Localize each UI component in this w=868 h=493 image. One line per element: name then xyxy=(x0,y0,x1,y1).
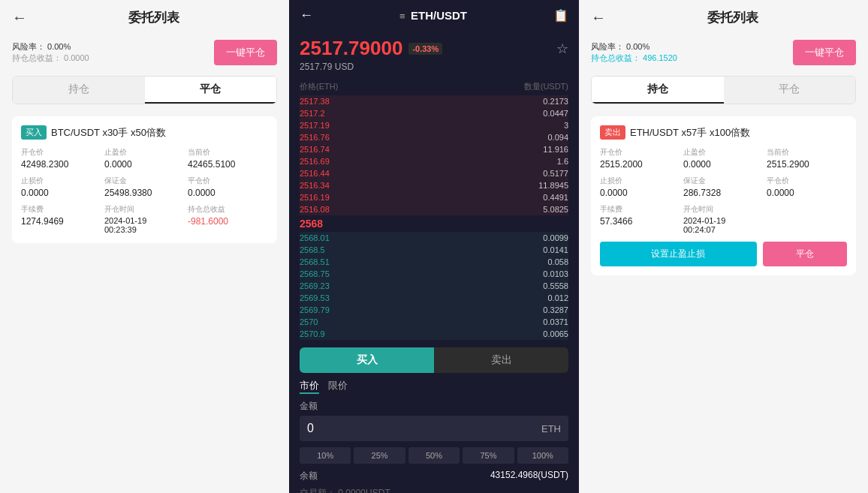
ask-row[interactable]: 2517.380.2173 xyxy=(300,95,568,107)
right-risk-label: 风险率： 0.00% xyxy=(591,41,677,53)
right-stop-loss-value: 0.0000 xyxy=(600,188,680,198)
pct-25-btn[interactable]: 25% xyxy=(354,447,405,464)
trade-amount-row: 交易额： 0.0000USDT xyxy=(300,487,568,493)
ask-row[interactable]: 2516.190.4491 xyxy=(300,191,568,203)
price-section: 2517.79000 -0.33% ☆ 2517.79 USD xyxy=(289,31,579,78)
star-btn[interactable]: ☆ xyxy=(556,41,568,57)
right-risk-row: 风险率： 0.00% 持仓总收益： 496.1520 一键平仓 xyxy=(579,35,868,70)
right-open-price-label: 开仓价 xyxy=(600,147,680,158)
sell-tab[interactable]: 卖出 xyxy=(434,347,568,373)
balance-label: 余额 xyxy=(300,470,318,482)
balance-value: 43152.4968(USDT) xyxy=(490,470,568,482)
bid-row[interactable]: 2570.90.0065 xyxy=(300,328,568,340)
ask-row[interactable]: 2516.085.0825 xyxy=(300,203,568,215)
right-open-price-value: 2515.2000 xyxy=(600,159,680,170)
right-back-btn[interactable]: ← xyxy=(591,9,609,26)
ask-qty: 5.0825 xyxy=(543,205,568,214)
right-panel: ← 委托列表 风险率： 0.00% 持仓总收益： 496.1520 一键平仓 持… xyxy=(579,0,868,493)
right-tab-close[interactable]: 平仓 xyxy=(724,77,856,104)
ask-row[interactable]: 2516.7411.916 xyxy=(300,143,568,155)
left-one-click-btn[interactable]: 一键平仓 xyxy=(214,40,277,65)
left-stop-label: 止盈价 xyxy=(104,147,185,158)
market-tab[interactable]: 市价 xyxy=(300,379,319,394)
left-risk-info: 风险率： 0.00% 持仓总收益： 0.0000 xyxy=(12,41,89,64)
right-stop-loss-label: 止损价 xyxy=(600,176,680,186)
bid-row[interactable]: 2569.790.3287 xyxy=(300,304,568,316)
ask-qty: 11.916 xyxy=(543,145,568,154)
right-one-click-btn[interactable]: 一键平仓 xyxy=(793,40,856,65)
right-action-btns: 设置止盈止损 平仓 xyxy=(600,242,847,266)
ask-qty: 11.8945 xyxy=(538,181,568,190)
bid-qty: 0.0141 xyxy=(543,245,568,254)
mid-title-area: ≡ ETH/USDT xyxy=(313,9,553,22)
note-icon[interactable]: 📋 xyxy=(553,8,568,23)
bid-row[interactable]: 2569.530.012 xyxy=(300,292,568,304)
right-margin-label: 保证金 xyxy=(683,176,764,186)
left-risk-label: 风险率： 0.00% xyxy=(12,41,89,53)
amount-input[interactable] xyxy=(307,422,541,435)
bid-row[interactable]: 25700.0371 xyxy=(300,316,568,328)
pct-10-btn[interactable]: 10% xyxy=(300,447,351,464)
bid-row[interactable]: 2568.510.058 xyxy=(300,256,568,268)
left-tab-hold[interactable]: 持仓 xyxy=(13,77,145,104)
left-open-time-cell: 开仓时间 2024-01-19 00:23:39 xyxy=(104,204,185,234)
pct-100-btn[interactable]: 100% xyxy=(517,447,568,464)
right-current-price-cell: 当前价 2515.2900 xyxy=(767,147,847,170)
ob-header: 价格(ETH) 数量(USDT) xyxy=(300,78,568,95)
right-open-price-cell: 开仓价 2515.2000 xyxy=(600,147,680,170)
right-tab-hold[interactable]: 持仓 xyxy=(592,77,724,104)
bid-row[interactable]: 2568.750.0103 xyxy=(300,268,568,280)
buy-sell-tabs: 买入 卖出 xyxy=(300,347,568,373)
ask-row[interactable]: 2516.3411.8945 xyxy=(300,179,568,191)
input-unit: ETH xyxy=(541,423,561,434)
left-back-btn[interactable]: ← xyxy=(12,9,30,26)
orderbook: 价格(ETH) 数量(USDT) 2517.380.21732517.20.04… xyxy=(289,78,579,340)
ask-row[interactable]: 2517.193 xyxy=(300,119,568,131)
trade-panel: 买入 卖出 市价 限价 金额 ETH 10% 25% 50% 75% 100% … xyxy=(289,340,579,493)
left-fee-value: 1274.9469 xyxy=(21,216,101,227)
hamburger-icon[interactable]: ≡ xyxy=(399,11,405,22)
left-open-price-cell: 开仓价 42498.2300 xyxy=(21,147,101,170)
ask-row[interactable]: 2516.440.5177 xyxy=(300,167,568,179)
right-open-time-value: 2024-01-19 00:24:07 xyxy=(683,216,764,234)
left-stop-loss-cell: 止损价 0.0000 xyxy=(21,176,101,198)
ask-row[interactable]: 2516.691.6 xyxy=(300,155,568,167)
close-pos-btn[interactable]: 平仓 xyxy=(763,242,847,266)
left-open-price-value: 42498.2300 xyxy=(21,159,101,170)
bid-row[interactable]: 2568.50.0141 xyxy=(300,244,568,256)
limit-tab[interactable]: 限价 xyxy=(328,379,348,394)
left-close-price-label: 平仓价 xyxy=(188,176,268,186)
ask-qty: 1.6 xyxy=(557,157,568,166)
middle-panel: ← ≡ ETH/USDT 📋 2517.79000 -0.33% ☆ 2517.… xyxy=(289,0,579,493)
right-current-price-label: 当前价 xyxy=(767,147,847,158)
bid-qty: 0.058 xyxy=(547,257,568,266)
bid-price: 2568.01 xyxy=(300,233,330,242)
set-stop-btn[interactable]: 设置止盈止损 xyxy=(600,242,757,266)
buy-tab[interactable]: 买入 xyxy=(300,347,434,373)
ask-price: 2517.38 xyxy=(300,97,330,106)
left-fee-label: 手续费 xyxy=(21,204,101,215)
left-header: ← 委托列表 xyxy=(0,0,289,35)
pct-50-btn[interactable]: 50% xyxy=(408,447,460,464)
left-open-price-label: 开仓价 xyxy=(21,147,101,158)
left-tab-close[interactable]: 平仓 xyxy=(145,77,277,104)
ask-row[interactable]: 2516.760.094 xyxy=(300,131,568,143)
right-open-time-cell: 开仓时间 2024-01-19 00:24:07 xyxy=(683,204,764,234)
left-fee-cell: 手续费 1274.9469 xyxy=(21,204,101,234)
bid-price: 2570.9 xyxy=(300,329,325,338)
right-stop-value: 0.0000 xyxy=(683,159,764,170)
left-risk-row: 风险率： 0.00% 持仓总收益： 0.0000 一键平仓 xyxy=(0,35,289,70)
bid-row[interactable]: 2569.230.5558 xyxy=(300,280,568,292)
bid-qty: 0.012 xyxy=(547,293,568,302)
mid-back-btn[interactable]: ← xyxy=(300,8,313,23)
pct-75-btn[interactable]: 75% xyxy=(463,447,514,464)
right-fee-cell: 手续费 57.3466 xyxy=(600,204,680,234)
ask-row[interactable]: 2517.20.0447 xyxy=(300,107,568,119)
right-margin-cell: 保证金 286.7328 xyxy=(683,176,764,198)
right-close-price-label: 平仓价 xyxy=(767,176,847,186)
bid-row[interactable]: 2568.010.0099 xyxy=(300,232,568,244)
left-pnl-col-label: 持仓总收益 xyxy=(188,204,268,215)
left-close-price-value: 0.0000 xyxy=(188,188,268,198)
ask-qty: 0.4491 xyxy=(543,193,568,202)
right-pnl-label: 持仓总收益： 496.1520 xyxy=(591,53,677,64)
